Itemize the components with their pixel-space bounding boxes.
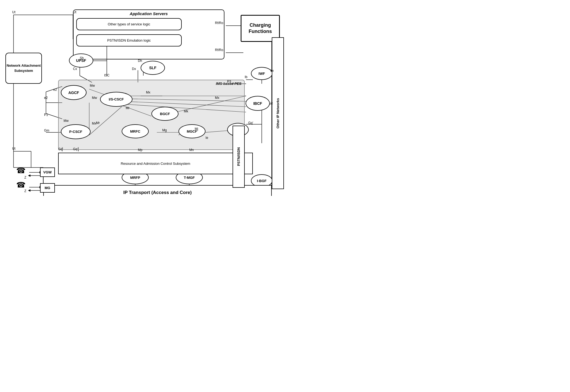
- other-ip-label: Other IP Networks: [276, 98, 280, 128]
- mk-label: Mk: [184, 109, 188, 113]
- ib-label: Ib: [245, 75, 247, 79]
- ie-label: Ie: [206, 136, 208, 140]
- ut-label-3: Ut: [12, 147, 15, 150]
- diagram: Application Servers Other types of servi…: [0, 0, 285, 196]
- app-servers-title: Application Servers: [130, 11, 168, 16]
- iwf-box: IWF: [251, 67, 273, 80]
- p1-label: P1: [44, 113, 48, 117]
- iscscf-box: I/S-CSCF: [100, 92, 132, 107]
- mg-interface-label: Mg: [162, 128, 167, 132]
- ic-label: Ic: [270, 101, 273, 105]
- slf-label: SLF: [149, 66, 156, 70]
- rfro-label-1: Rf/Ro: [215, 21, 223, 25]
- mr-label-1: Mr: [126, 106, 130, 110]
- iscscf-label: I/S-CSCF: [109, 97, 124, 101]
- p3-label: P3: [227, 80, 231, 83]
- mr-label-2: Mr: [96, 121, 100, 125]
- phone-icon-1: ☎: [16, 166, 26, 175]
- pcscf-label: P-CSCF: [69, 130, 82, 134]
- racs-box: Resource and Admission Control Subsystem: [58, 153, 253, 174]
- iwf-label: IWF: [259, 72, 265, 76]
- mw-label-1: Mw: [90, 84, 95, 88]
- mgcf-box: MGCF: [178, 124, 206, 138]
- other-service-logic-label: Other types of service logic: [108, 22, 150, 26]
- mp-label: Mp: [138, 148, 142, 152]
- mx-label-3: Mx: [92, 122, 96, 125]
- mx-label-1: Mx: [146, 91, 150, 94]
- pstn-emulation-box: PSTN/ISDN Emulation logic: [76, 34, 182, 46]
- mrfc-label: MRFC: [130, 129, 140, 133]
- ibcf-label: IBCF: [253, 101, 262, 106]
- ibcf-box: IBCF: [246, 96, 270, 111]
- ibgf-label: I-BGF: [257, 179, 266, 183]
- agcf-box: AGCF: [61, 85, 87, 100]
- vgw-label: VGW: [43, 170, 52, 174]
- isc-label: ISC: [104, 73, 110, 77]
- agcf-label: AGCF: [68, 91, 79, 95]
- z-label-2: Z: [24, 189, 26, 193]
- upsf-box: UPSF: [69, 53, 93, 68]
- mj-label: Mj: [195, 127, 198, 131]
- z-label-1: Z: [24, 176, 26, 179]
- ut-label-2: Ut: [73, 10, 76, 14]
- gm-label: Gm: [44, 129, 49, 132]
- pstn-isdn-box: PSTN/ISDN: [233, 126, 245, 188]
- other-ip-box: Other IP Networks: [272, 37, 284, 189]
- pstn-emulation-label: PSTN/ISDN Emulation logic: [107, 38, 151, 42]
- ut-label-1: Ut: [12, 10, 15, 14]
- bgcf-box: BGCF: [151, 107, 178, 121]
- dx-label: Dx: [132, 67, 136, 71]
- mg-box: MG: [40, 183, 55, 193]
- mn-label: Mn: [189, 148, 194, 152]
- dh-label: Dh: [138, 59, 142, 63]
- e2-label-2: e2: [44, 96, 48, 100]
- mrfc-box: MRFC: [122, 124, 149, 138]
- e2-label-1: e2: [53, 88, 57, 92]
- mrfp-label: MRFP: [130, 176, 140, 180]
- mx-label-2: Mx: [215, 96, 219, 100]
- rfro-label-2: Rf/Ro: [215, 48, 223, 52]
- iptransport-label: IP Transport (Access and Core): [123, 190, 192, 195]
- sh-label: Sh: [80, 56, 84, 60]
- iw-label: Iw: [270, 69, 274, 73]
- app-servers-box: Application Servers Other types of servi…: [73, 9, 224, 59]
- mw-label-2: Mw: [92, 96, 97, 100]
- gq-label-3: Gq': [248, 121, 253, 125]
- other-service-logic-box: Other types of service logic: [76, 18, 182, 30]
- nas-label: Network Attachment Subsystem: [6, 63, 41, 73]
- cx-label: Cx: [73, 67, 77, 71]
- charging-functions-label: Charging Functions: [241, 22, 279, 35]
- vgw-box: VGW: [40, 167, 55, 177]
- pcscf-box: P-CSCF: [61, 124, 91, 139]
- nas-box: Network Attachment Subsystem: [5, 53, 42, 84]
- phone-icon-2: ☎: [16, 180, 26, 189]
- gq-label-2: Gq': [73, 147, 78, 151]
- racs-label: Resource and Admission Control Subsystem: [121, 162, 190, 166]
- gq-label-1: Gq': [58, 147, 63, 151]
- slf-box: SLF: [141, 61, 165, 75]
- tmgf-label: T-MGF: [184, 176, 195, 180]
- mw-label-3: Mw: [64, 119, 69, 123]
- bgcf-label: BGCF: [160, 112, 170, 116]
- mg-label: MG: [45, 186, 50, 190]
- pstn-isdn-label: PSTN/ISDN: [237, 147, 241, 166]
